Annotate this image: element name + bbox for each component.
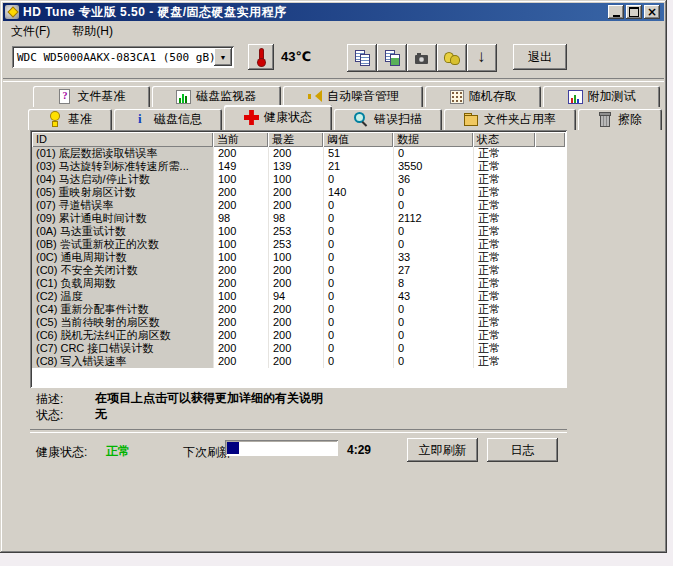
tab-acoustic-management[interactable]: 自动噪音管理 xyxy=(283,86,424,107)
cell-threshold: 0 xyxy=(323,173,393,186)
cell-worst: 200 xyxy=(268,277,323,290)
column-header-threshold[interactable]: 阈值 xyxy=(323,132,393,147)
cell-status: 正常 xyxy=(473,173,535,186)
cell-worst: 200 xyxy=(268,264,323,277)
cell-data: 0 xyxy=(393,355,473,368)
table-row[interactable]: (0C) 通电周期计数100100033正常 xyxy=(32,251,565,264)
exit-button[interactable]: 退出 xyxy=(513,44,567,70)
toolbar: WDC WD5000AAKX-083CA1 (500 gB) ▼ 43℃ 退出 xyxy=(0,42,667,78)
column-header-current[interactable]: 当前 xyxy=(213,132,268,147)
table-row[interactable]: (03) 马达旋转到标准转速所需...149139213550正常 xyxy=(32,160,565,173)
thermometer-icon xyxy=(257,49,266,66)
tab-label: 文件基准 xyxy=(77,88,125,105)
table-row[interactable]: (C5) 当前待映射的扇区数20020000正常 xyxy=(32,316,565,329)
table-row[interactable]: (C0) 不安全关闭计数200200027正常 xyxy=(32,264,565,277)
drive-select[interactable]: WDC WD5000AAKX-083CA1 (500 gB) ▼ xyxy=(12,46,234,68)
menubar: 文件(F) 帮助(H) xyxy=(3,22,672,40)
cell-status: 正常 xyxy=(473,251,535,264)
tab-file-benchmark[interactable]: 文件基准 xyxy=(33,86,150,107)
cell-threshold: 0 xyxy=(323,212,393,225)
cell-threshold: 0 xyxy=(323,303,393,316)
down-arrow-icon xyxy=(474,50,490,66)
cell-threshold: 0 xyxy=(323,238,393,251)
table-row[interactable]: (C7) CRC 接口错误计数20020000正常 xyxy=(32,342,565,355)
tab-label: 自动噪音管理 xyxy=(327,88,399,105)
column-header-id[interactable]: ID xyxy=(32,132,213,147)
tab-erase[interactable]: 擦除 xyxy=(578,109,662,130)
cell-threshold: 0 xyxy=(323,225,393,238)
tab-random-access[interactable]: 随机存取 xyxy=(425,86,541,107)
table-row[interactable]: (C1) 负载周期数20020008正常 xyxy=(32,277,565,290)
copy-text-button[interactable] xyxy=(347,44,377,72)
tab-folder-usage[interactable]: 文件夹占用率 xyxy=(444,109,576,130)
table-row[interactable]: (09) 累计通电时间计数989802112正常 xyxy=(32,212,565,225)
cell-id: (C0) 不安全关闭计数 xyxy=(32,264,213,277)
minimize-button[interactable] xyxy=(608,5,624,19)
chevron-down-icon[interactable]: ▼ xyxy=(214,48,232,66)
copy-image-button[interactable] xyxy=(377,44,407,72)
cell-worst: 98 xyxy=(268,212,323,225)
table-row[interactable]: (0B) 尝试重新校正的次数10025300正常 xyxy=(32,238,565,251)
cell-worst: 200 xyxy=(268,329,323,342)
benchmark-icon xyxy=(48,112,63,127)
cell-current: 100 xyxy=(213,173,268,186)
column-header-data[interactable]: 数据 xyxy=(393,132,473,147)
file-benchmark-icon xyxy=(57,89,72,104)
screenshot-button[interactable] xyxy=(407,44,437,72)
table-row[interactable]: (C4) 重新分配事件计数20020000正常 xyxy=(32,303,565,316)
tab-health-status[interactable]: 健康状态 xyxy=(224,105,332,130)
table-row[interactable]: (04) 马达启动/停止计数100100036正常 xyxy=(32,173,565,186)
cell-data: 0 xyxy=(393,238,473,251)
refresh-progress-fill xyxy=(227,442,239,454)
table-row[interactable]: (C6) 脱机无法纠正的扇区数20020000正常 xyxy=(32,329,565,342)
status-label: 状态: xyxy=(36,407,63,424)
gloves-button[interactable] xyxy=(437,44,467,72)
cell-data: 43 xyxy=(393,290,473,303)
table-row[interactable]: (0A) 马达重试计数10025300正常 xyxy=(32,225,565,238)
table-row[interactable]: (01) 底层数据读取错误率200200510正常 xyxy=(32,147,565,160)
cell-threshold: 0 xyxy=(323,329,393,342)
log-button[interactable]: 日志 xyxy=(487,438,558,462)
refresh-now-button[interactable]: 立即刷新 xyxy=(407,438,478,462)
tab-label: 擦除 xyxy=(618,111,642,128)
cell-id: (C7) CRC 接口错误计数 xyxy=(32,342,213,355)
acoustic-management-icon xyxy=(307,89,322,104)
tab-benchmark[interactable]: 基准 xyxy=(28,109,112,130)
column-header-status[interactable]: 状态 xyxy=(473,132,535,147)
cell-current: 98 xyxy=(213,212,268,225)
menu-file[interactable]: 文件(F) xyxy=(11,23,50,40)
temperature-button[interactable] xyxy=(248,44,274,70)
cell-threshold: 0 xyxy=(323,342,393,355)
cell-worst: 139 xyxy=(268,160,323,173)
column-header-filler xyxy=(535,132,565,147)
menu-help[interactable]: 帮助(H) xyxy=(72,23,113,40)
save-results-button[interactable] xyxy=(467,44,497,72)
table-row[interactable]: (05) 重映射扇区计数2002001400正常 xyxy=(32,186,565,199)
refresh-progress-bar xyxy=(225,440,338,456)
table-body: (01) 底层数据读取错误率200200510正常(03) 马达旋转到标准转速所… xyxy=(32,147,565,368)
tab-row-top: 文件基准磁盘监视器自动噪音管理随机存取附加测试 xyxy=(33,86,660,107)
tab-label: 基准 xyxy=(68,111,92,128)
table-row[interactable]: (07) 寻道错误率20020000正常 xyxy=(32,199,565,212)
maximize-button[interactable] xyxy=(626,5,642,19)
cell-current: 200 xyxy=(213,186,268,199)
tab-extra-tests[interactable]: 附加测试 xyxy=(543,86,660,107)
column-header-worst[interactable]: 最差 xyxy=(268,132,323,147)
close-button[interactable]: × xyxy=(644,5,660,19)
table-row[interactable]: (C8) 写入错误速率20020000正常 xyxy=(32,355,565,368)
maximize-icon xyxy=(629,7,639,17)
window-controls: × xyxy=(608,5,664,19)
tab-disk-info[interactable]: 磁盘信息 xyxy=(114,109,222,130)
cell-status: 正常 xyxy=(473,277,535,290)
cell-id: (C8) 写入错误速率 xyxy=(32,355,213,368)
table-row[interactable]: (C2) 温度10094043正常 xyxy=(32,290,565,303)
tab-disk-monitor[interactable]: 磁盘监视器 xyxy=(152,86,281,107)
gloves-icon xyxy=(444,50,460,66)
cell-worst: 200 xyxy=(268,147,323,160)
tab-error-scan[interactable]: 错误扫描 xyxy=(334,109,442,130)
cell-worst: 253 xyxy=(268,225,323,238)
cell-current: 100 xyxy=(213,225,268,238)
camera-icon xyxy=(414,50,430,66)
cell-status: 正常 xyxy=(473,329,535,342)
cell-worst: 200 xyxy=(268,199,323,212)
